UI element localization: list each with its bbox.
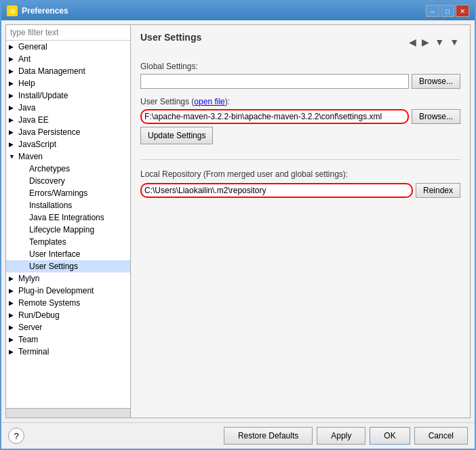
tree-label-run-debug: Run/Debug — [18, 310, 60, 320]
tree-item-installations[interactable]: Installations — [6, 199, 130, 211]
local-repo-input[interactable] — [140, 183, 413, 198]
tree-label-javascript: JavaScript — [18, 140, 56, 149]
tree-label-installations: Installations — [29, 201, 72, 210]
window-title: Preferences — [22, 6, 422, 16]
tree-item-java-ee[interactable]: ▶Java EE — [6, 114, 130, 126]
tree-arrow-run-debug: ▶ — [9, 312, 17, 319]
restore-defaults-button[interactable]: Restore Defaults — [224, 427, 313, 445]
global-settings-input[interactable] — [140, 74, 409, 89]
tree-label-ant: Ant — [18, 54, 31, 64]
tree-label-mylyn: Mylyn — [18, 274, 39, 283]
tree-arrow-mylyn: ▶ — [9, 275, 17, 282]
right-panel: User Settings ◀ ▶ ▼ ▼ Global Settings: B… — [131, 24, 471, 418]
update-settings-button[interactable]: Update Settings — [140, 127, 213, 144]
tree-item-ant[interactable]: ▶Ant — [6, 53, 130, 65]
title-bar: ⚙ Preferences – □ ✕ — [1, 1, 475, 20]
tree-arrow-terminal: ▶ — [9, 348, 17, 355]
tree-label-install-update: Install/Update — [18, 91, 68, 100]
global-settings-row: Browse... — [140, 74, 460, 89]
tree-label-plugin-development: Plug-in Development — [18, 286, 94, 295]
tree-label-user-interface: User Interface — [29, 249, 80, 259]
tree-item-errors-warnings[interactable]: Errors/Warnings — [6, 187, 130, 199]
global-settings-group: Global Settings: Browse... — [140, 62, 460, 89]
tree-label-java-persistence: Java Persistence — [18, 127, 80, 137]
tree-item-plugin-development[interactable]: ▶Plug-in Development — [6, 285, 130, 297]
tree-item-java[interactable]: ▶Java — [6, 102, 130, 114]
help-button[interactable]: ? — [8, 428, 24, 444]
menu-button[interactable]: ▼ — [448, 37, 460, 47]
tree-label-java-ee-integration: Java EE Integrations — [29, 213, 104, 222]
tree-arrow-java: ▶ — [9, 104, 17, 111]
tree-item-remote-systems[interactable]: ▶Remote Systems — [6, 297, 130, 309]
tree-item-help[interactable]: ▶Help — [6, 77, 130, 89]
tree-item-general[interactable]: ▶General — [6, 41, 130, 53]
tree-item-maven[interactable]: ▼Maven — [6, 150, 130, 163]
user-settings-label: User Settings (open file): — [140, 97, 460, 106]
close-button[interactable]: ✕ — [456, 5, 469, 17]
tree-label-data-management: Data Management — [18, 66, 85, 76]
right-panel-header: User Settings ◀ ▶ ▼ ▼ — [140, 32, 460, 52]
global-browse-button[interactable]: Browse... — [412, 74, 460, 89]
tree-item-discovery[interactable]: Discovery — [6, 175, 130, 187]
tree-arrow-java-persistence: ▶ — [9, 129, 17, 136]
panel-title: User Settings — [140, 32, 201, 43]
nav-controls: ◀ ▶ ▼ ▼ — [408, 37, 460, 47]
tree-item-user-settings[interactable]: User Settings — [6, 260, 130, 272]
tree-label-java: Java — [18, 103, 35, 112]
tree-item-lifecycle-mapping[interactable]: Lifecycle Mapping — [6, 224, 130, 236]
maximize-button[interactable]: □ — [441, 5, 454, 17]
tree-label-user-settings: User Settings — [29, 262, 78, 271]
back-button[interactable]: ◀ — [408, 37, 418, 47]
reindex-button[interactable]: Reindex — [416, 183, 460, 198]
tree-label-discovery: Discovery — [29, 176, 65, 186]
filter-input[interactable] — [6, 25, 130, 41]
tree-item-data-management[interactable]: ▶Data Management — [6, 65, 130, 77]
minimize-button[interactable]: – — [426, 5, 439, 17]
cancel-button[interactable]: Cancel — [414, 427, 468, 445]
apply-button[interactable]: Apply — [317, 427, 365, 445]
tree-item-java-persistence[interactable]: ▶Java Persistence — [6, 126, 130, 138]
user-settings-label-text: User Settings ( — [140, 97, 194, 106]
tree-item-server[interactable]: ▶Server — [6, 321, 130, 333]
dropdown-button[interactable]: ▼ — [433, 37, 445, 47]
tree-item-javascript[interactable]: ▶JavaScript — [6, 138, 130, 150]
tree-arrow-server: ▶ — [9, 324, 17, 331]
tree-item-team[interactable]: ▶Team — [6, 333, 130, 346]
tree-item-run-debug[interactable]: ▶Run/Debug — [6, 309, 130, 321]
tree-container: ▶General▶Ant▶Data Management▶Help▶Instal… — [6, 41, 130, 358]
tree-item-user-interface[interactable]: User Interface — [6, 248, 130, 260]
tree-label-server: Server — [18, 323, 42, 332]
tree-item-terminal[interactable]: ▶Terminal — [6, 346, 130, 358]
open-file-link[interactable]: open file — [194, 97, 224, 106]
user-settings-label-end: ): — [225, 97, 230, 106]
global-settings-label: Global Settings: — [140, 62, 460, 71]
horizontal-scrollbar[interactable] — [6, 408, 130, 417]
tree-label-general: General — [18, 42, 47, 52]
tree-label-maven: Maven — [18, 152, 43, 161]
window-icon: ⚙ — [7, 5, 18, 16]
tree-item-install-update[interactable]: ▶Install/Update — [6, 89, 130, 102]
tree-item-java-ee-integration[interactable]: Java EE Integrations — [6, 211, 130, 224]
ok-button[interactable]: OK — [370, 427, 410, 445]
user-settings-group: User Settings (open file): Browse... Upd… — [140, 97, 460, 144]
user-browse-button[interactable]: Browse... — [412, 109, 460, 124]
local-repo-row: Reindex — [140, 183, 460, 198]
tree-item-archetypes[interactable]: Archetypes — [6, 163, 130, 175]
tree-arrow-plugin-development: ▶ — [9, 287, 17, 294]
user-settings-input[interactable] — [140, 109, 409, 124]
tree-arrow-javascript: ▶ — [9, 141, 17, 148]
tree-scroll[interactable]: ▶General▶Ant▶Data Management▶Help▶Instal… — [6, 41, 130, 408]
local-repo-section: Local Repository (From merged user and g… — [140, 169, 460, 198]
forward-button[interactable]: ▶ — [420, 37, 431, 47]
tree-label-team: Team — [18, 335, 38, 344]
tree-item-templates[interactable]: Templates — [6, 236, 130, 248]
tree-item-mylyn[interactable]: ▶Mylyn — [6, 272, 130, 285]
tree-arrow-maven: ▼ — [9, 153, 17, 160]
tree-label-java-ee: Java EE — [18, 115, 49, 125]
bottom-bar: ? Restore Defaults Apply OK Cancel — [1, 422, 475, 449]
tree-label-terminal: Terminal — [18, 347, 49, 356]
tree-arrow-install-update: ▶ — [9, 92, 17, 99]
tree-arrow-ant: ▶ — [9, 56, 17, 62]
local-repo-label: Local Repository (From merged user and g… — [140, 169, 460, 179]
tree-label-remote-systems: Remote Systems — [18, 298, 80, 308]
